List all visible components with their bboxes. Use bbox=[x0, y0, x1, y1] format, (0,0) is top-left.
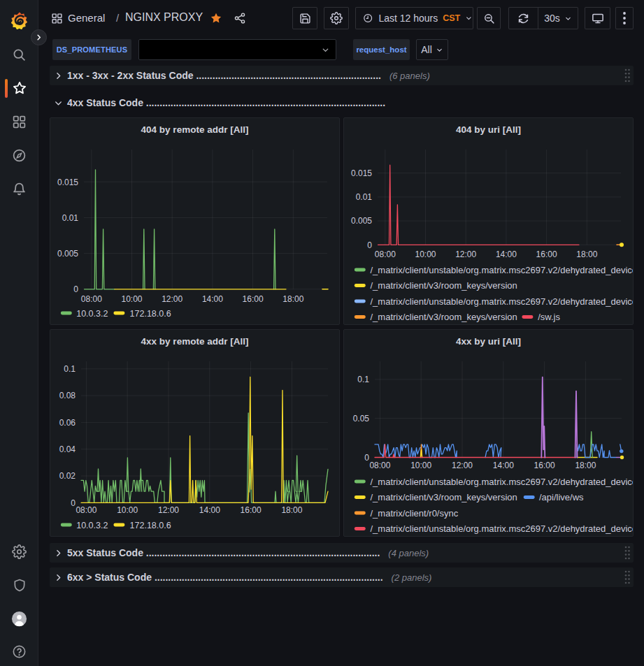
svg-text:0: 0 bbox=[367, 240, 372, 250]
svg-text:0.06: 0.06 bbox=[59, 418, 76, 428]
svg-text:16:00: 16:00 bbox=[534, 461, 555, 470]
svg-text:18:00: 18:00 bbox=[576, 249, 597, 259]
svg-text:/_matrix/client/v3/room_keys/v: /_matrix/client/v3/room_keys/version bbox=[371, 492, 517, 502]
svg-text:/api/live/ws: /api/live/ws bbox=[539, 492, 584, 502]
svg-text:0: 0 bbox=[73, 284, 78, 294]
svg-text:14:00: 14:00 bbox=[199, 505, 220, 515]
svg-text:0.02: 0.02 bbox=[59, 471, 76, 481]
svg-text:/_matrix/client/r0/sync: /_matrix/client/r0/sync bbox=[371, 508, 459, 519]
svg-text:0: 0 bbox=[71, 498, 76, 508]
svg-text:14:00: 14:00 bbox=[202, 294, 223, 304]
svg-text:12:00: 12:00 bbox=[162, 294, 183, 304]
svg-text:0.04: 0.04 bbox=[59, 444, 76, 454]
svg-text:12:00: 12:00 bbox=[455, 249, 476, 259]
svg-text:0.005: 0.005 bbox=[57, 249, 78, 259]
svg-text:10:00: 10:00 bbox=[415, 249, 436, 259]
svg-text:18:00: 18:00 bbox=[282, 294, 303, 304]
svg-text:10.0.3.2: 10.0.3.2 bbox=[76, 521, 108, 530]
svg-text:10:00: 10:00 bbox=[410, 461, 431, 470]
svg-text:08:00: 08:00 bbox=[81, 294, 102, 304]
svg-text:0.01: 0.01 bbox=[356, 192, 373, 202]
svg-text:10:00: 10:00 bbox=[121, 294, 142, 304]
svg-text:0.1: 0.1 bbox=[64, 364, 76, 374]
svg-text:18:00: 18:00 bbox=[281, 505, 302, 515]
svg-text:/_matrix/client/v3/room_keys/v: /_matrix/client/v3/room_keys/version bbox=[371, 312, 517, 322]
svg-text:/_matrix/client/unstable/org.m: /_matrix/client/unstable/org.matrix.msc2… bbox=[371, 477, 634, 487]
svg-text:0.01: 0.01 bbox=[62, 213, 79, 223]
svg-text:16:00: 16:00 bbox=[241, 505, 262, 515]
svg-text:0.05: 0.05 bbox=[353, 414, 370, 424]
svg-text:/_matrix/client/unstable/org.m: /_matrix/client/unstable/org.matrix.msc2… bbox=[371, 265, 634, 275]
svg-text:172.18.0.6: 172.18.0.6 bbox=[130, 521, 171, 530]
svg-text:14:00: 14:00 bbox=[496, 249, 517, 259]
svg-text:08:00: 08:00 bbox=[369, 461, 390, 470]
svg-text:12:00: 12:00 bbox=[158, 505, 179, 515]
svg-text:14:00: 14:00 bbox=[493, 461, 514, 470]
svg-text:0.1: 0.1 bbox=[357, 375, 369, 384]
svg-text:18:00: 18:00 bbox=[575, 461, 596, 470]
svg-text:0.005: 0.005 bbox=[351, 216, 372, 226]
svg-text:172.18.0.6: 172.18.0.6 bbox=[130, 309, 171, 319]
svg-text:12:00: 12:00 bbox=[452, 461, 473, 470]
svg-text:10:00: 10:00 bbox=[117, 505, 138, 515]
svg-text:/_matrix/client/v3/room_keys/v: /_matrix/client/v3/room_keys/version bbox=[371, 280, 517, 291]
svg-text:/_matrix/client/unstable/org.m: /_matrix/client/unstable/org.matrix.msc2… bbox=[371, 296, 634, 307]
svg-text:0.08: 0.08 bbox=[59, 391, 76, 400]
svg-text:08:00: 08:00 bbox=[375, 249, 396, 259]
svg-text:0.015: 0.015 bbox=[57, 178, 78, 187]
svg-text:16:00: 16:00 bbox=[243, 294, 264, 304]
svg-text:0: 0 bbox=[364, 453, 369, 463]
svg-text:/_matrix/client/unstable/org.m: /_matrix/client/unstable/org.matrix.msc2… bbox=[371, 523, 634, 534]
svg-text:/sw.js: /sw.js bbox=[538, 312, 560, 322]
svg-text:10.0.3.2: 10.0.3.2 bbox=[76, 309, 108, 319]
svg-text:08:00: 08:00 bbox=[76, 505, 96, 515]
svg-text:16:00: 16:00 bbox=[536, 249, 557, 259]
svg-text:0.015: 0.015 bbox=[351, 168, 372, 178]
